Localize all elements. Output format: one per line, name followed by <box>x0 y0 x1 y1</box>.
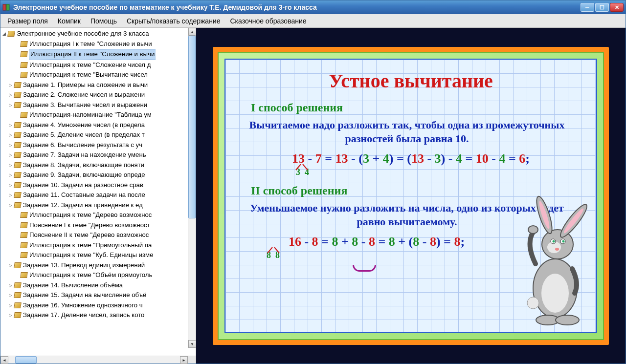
tree-item[interactable]: ▷Задание 5. Деление чисел (в пределах т <box>0 130 196 140</box>
expand-icon[interactable]: ▷ <box>8 82 13 87</box>
collapse-icon[interactable]: ◢ <box>1 31 7 37</box>
menu-fairy-education[interactable]: Сказочное образование <box>225 16 311 26</box>
tree-item[interactable]: ▷Задание 4. Умножение чисел (в предела <box>0 120 196 130</box>
tree-item[interactable]: ▷Задание 11. Составные задачи на после <box>0 190 196 200</box>
expand-icon[interactable]: ▷ <box>8 92 13 98</box>
scroll-left-arrow[interactable]: ◄ <box>0 356 8 364</box>
book-icon <box>14 122 21 128</box>
book-icon <box>14 292 21 298</box>
expand-icon[interactable]: ▷ <box>8 152 13 158</box>
scroll-track[interactable] <box>188 36 196 340</box>
book-icon <box>21 112 27 118</box>
tree-item-label: Иллюстрация к теме "Куб. Единицы изме <box>29 250 154 260</box>
book-icon <box>14 172 21 178</box>
book-icon <box>14 142 21 148</box>
expand-icon[interactable]: ▷ <box>8 182 13 188</box>
tree-item-label: Задание 15. Задачи на вычисление объё <box>23 290 146 300</box>
scroll-up-arrow[interactable]: ▲ <box>188 28 196 36</box>
book-icon <box>14 262 21 268</box>
svg-point-7 <box>541 274 569 313</box>
tree-item[interactable]: ▷Задание 9. Задачи, включающие опреде <box>0 170 196 180</box>
expand-icon[interactable]: ▷ <box>8 102 13 107</box>
tree-item-label: Задание 4. Умножение чисел (в предела <box>23 120 145 130</box>
tree-item[interactable]: ▷Задание 16. Умножение однозначного ч <box>0 300 196 311</box>
expand-icon[interactable]: ▷ <box>8 262 13 268</box>
tree-item[interactable]: ▷Задание 2. Сложение чисел и выражени <box>0 90 196 100</box>
tree-item[interactable]: Иллюстрация к теме "Объём прямоуголь <box>0 270 196 280</box>
book-icon <box>14 312 21 318</box>
scroll-right-arrow[interactable]: ► <box>180 356 188 364</box>
menu-field-size[interactable]: Размер поля <box>2 16 53 26</box>
tree-item[interactable]: ▷Задание 15. Задачи на вычисление объё <box>0 290 196 300</box>
scroll-thumb[interactable] <box>188 36 196 218</box>
hscroll-thumb[interactable] <box>15 356 37 364</box>
menu-toggle-contents[interactable]: Скрыть/показать содержание <box>122 16 225 26</box>
expand-icon[interactable]: ▷ <box>8 293 13 298</box>
minimize-button[interactable]: ─ <box>581 3 594 12</box>
tree-item-label: Пояснение II к теме "Дерево возможнос <box>29 230 149 240</box>
hscroll-track[interactable] <box>8 356 180 364</box>
tree-item[interactable]: ▷Задание 6. Вычисление результата с уч <box>0 140 196 150</box>
expand-icon[interactable]: ▷ <box>8 202 13 208</box>
tree-item[interactable]: ▷Задание 12. Задачи на приведение к ед <box>0 200 196 211</box>
svg-point-21 <box>556 315 579 325</box>
tree-item[interactable]: Пояснение I к теме "Дерево возможност <box>0 220 196 231</box>
expand-icon[interactable]: ▷ <box>8 313 13 318</box>
slide-title: Устное вычитание <box>237 69 584 92</box>
tree-item[interactable]: ▷Задание 3. Вычитание чисел и выражени <box>0 100 196 110</box>
tree-item[interactable]: ▷Задание 8. Задачи, включающие поняти <box>0 160 196 171</box>
expand-icon[interactable]: ▷ <box>8 122 13 128</box>
tree-item[interactable]: ▷Задание 1. Примеры на сложение и вычи <box>0 80 196 90</box>
expand-icon[interactable]: ▷ <box>8 172 13 178</box>
tree-item[interactable]: ▷Задание 13. Перевод единиц измерений <box>0 260 196 271</box>
horizontal-scrollbar[interactable]: ◄ ► <box>0 356 196 364</box>
book-icon <box>14 182 21 188</box>
method1-label: I способ решения <box>251 101 584 114</box>
menu-kompik[interactable]: Компик <box>53 16 86 26</box>
book-icon <box>14 162 21 168</box>
book-icon <box>14 202 21 208</box>
tree-item-label: Иллюстрация-напоминание "Таблица ум <box>29 110 152 120</box>
tree-item-label: Задание 2. Сложение чисел и выражени <box>23 90 145 100</box>
tree-item[interactable]: Иллюстрация к теме "Вычитание чисел <box>0 70 196 80</box>
svg-rect-1 <box>6 4 9 10</box>
book-icon <box>14 152 21 158</box>
app-window: Электронное учебное пособие по математик… <box>0 0 626 364</box>
book-icon <box>14 132 21 138</box>
tree-item[interactable]: Иллюстрация I к теме "Сложение и вычи <box>0 39 196 49</box>
book-icon <box>14 102 21 108</box>
expand-icon[interactable]: ▷ <box>8 132 13 138</box>
slide-outer-frame: Устное вычитание I способ решения Вычита… <box>213 47 609 345</box>
tree-root[interactable]: ◢Электронное учебное пособие для 3 класс… <box>0 29 196 39</box>
tree-item[interactable]: Иллюстрация к теме "Дерево возможнос <box>0 210 196 220</box>
tree-item-label: Пояснение I к теме "Дерево возможност <box>29 220 150 231</box>
tree-item[interactable]: ▷Задание 7. Задачи на нахождение умень <box>0 150 196 160</box>
menu-help[interactable]: Помощь <box>86 16 122 26</box>
contents-tree[interactable]: ◢Электронное учебное пособие для 3 класс… <box>0 28 196 321</box>
expand-icon[interactable]: ▷ <box>8 142 13 148</box>
tree-item-label: Задание 14. Вычисление объёма <box>23 280 123 291</box>
book-icon <box>21 252 27 258</box>
expand-icon[interactable]: ▷ <box>8 162 13 168</box>
scroll-down-arrow[interactable]: ▼ <box>188 340 196 348</box>
vertical-scrollbar[interactable]: ▲ ▼ <box>188 28 196 348</box>
tree-item-label: Задание 10. Задачи на разностное срав <box>23 180 143 191</box>
svg-line-5 <box>274 247 279 253</box>
maximize-button[interactable]: ☐ <box>595 3 609 12</box>
svg-point-19 <box>528 226 538 234</box>
tree-item[interactable]: Иллюстрация к теме "Прямоугольный па <box>0 240 196 251</box>
tree-item[interactable]: Иллюстрация к теме "Сложение чисел д <box>0 60 196 70</box>
expand-icon[interactable]: ▷ <box>8 193 13 198</box>
tree-item-label: Иллюстрация к теме "Прямоугольный па <box>29 240 152 251</box>
tree-item[interactable]: Пояснение II к теме "Дерево возможнос <box>0 230 196 240</box>
tree-item[interactable]: Иллюстрация к теме "Куб. Единицы изме <box>0 250 196 260</box>
tree-item[interactable]: ▷Задание 10. Задачи на разностное срав <box>0 180 196 191</box>
expand-icon[interactable]: ▷ <box>8 282 13 288</box>
close-button[interactable]: ✕ <box>610 3 624 12</box>
tree-item[interactable]: Иллюстрация-напоминание "Таблица ум <box>0 110 196 120</box>
tree-item[interactable]: ▷Задание 14. Вычисление объёма <box>0 280 196 291</box>
tree-item[interactable]: ▷Задание 17. Деление чисел, запись кото <box>0 310 196 321</box>
tree-item[interactable]: Иллюстрация II к теме "Сложение и вычи <box>0 49 196 60</box>
slide-green-frame: Устное вычитание I способ решения Вычита… <box>218 52 604 340</box>
expand-icon[interactable]: ▷ <box>8 302 13 308</box>
